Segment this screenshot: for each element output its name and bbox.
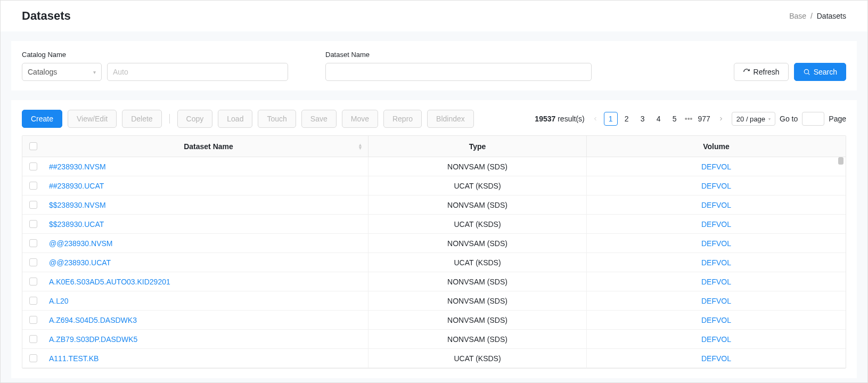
prev-page-button[interactable] xyxy=(589,112,602,125)
dataset-name-input[interactable] xyxy=(325,63,592,81)
dataset-name-link[interactable]: $$238930.UCAT xyxy=(49,220,104,229)
dataset-name-link[interactable]: ##238930.UCAT xyxy=(49,182,104,190)
dataset-name-link[interactable]: @@238930.NVSM xyxy=(49,239,112,248)
delete-button[interactable]: Delete xyxy=(122,110,161,128)
volume-link[interactable]: DEFVOL xyxy=(701,162,731,171)
table-row: @@238930.NVSMNONVSAM (SDS)DEFVOL xyxy=(22,234,846,253)
catalog-select[interactable]: Catalogs ▾ xyxy=(22,63,102,81)
row-checkbox[interactable] xyxy=(29,316,37,324)
row-checkbox[interactable] xyxy=(29,335,37,343)
volume-link[interactable]: DEFVOL xyxy=(701,316,731,324)
table-row: A.Z694.S04D5.DASDWK3NONVSAM (SDS)DEFVOL xyxy=(22,311,846,330)
refresh-button[interactable]: Refresh xyxy=(734,63,789,81)
pagination-ellipsis: ••• xyxy=(684,115,694,123)
load-button[interactable]: Load xyxy=(218,110,252,128)
catalog-select-value: Catalogs xyxy=(28,68,57,76)
volume-link[interactable]: DEFVOL xyxy=(701,335,731,344)
page-size-select[interactable]: 20 / page ▾ xyxy=(732,112,775,126)
volume-link[interactable]: DEFVOL xyxy=(701,239,731,248)
results-count-suffix: result(s) xyxy=(555,115,584,123)
page-title: Datasets xyxy=(22,9,71,23)
row-checkbox[interactable] xyxy=(29,182,37,190)
dataset-type: NONVSAM (SDS) xyxy=(447,201,507,209)
pagination-page-1[interactable]: 1 xyxy=(604,112,618,126)
repro-button[interactable]: Repro xyxy=(383,110,422,128)
row-checkbox[interactable] xyxy=(29,278,37,286)
column-header-name-label: Dataset Name xyxy=(184,142,233,151)
goto-suffix: Page xyxy=(829,115,846,123)
volume-link[interactable]: DEFVOL xyxy=(701,354,731,363)
table-row: ##238930.UCATUCAT (KSDS)DEFVOL xyxy=(22,176,846,195)
select-all-checkbox[interactable] xyxy=(29,142,37,150)
next-page-button[interactable] xyxy=(715,112,727,125)
volume-link[interactable]: DEFVOL xyxy=(701,278,731,286)
pagination-page-5[interactable]: 5 xyxy=(668,112,682,126)
pagination: 12345 ••• 977 xyxy=(589,112,727,126)
svg-point-0 xyxy=(804,69,808,74)
dataset-name-link[interactable]: $$238930.NVSM xyxy=(49,201,106,209)
row-checkbox[interactable] xyxy=(29,354,37,362)
search-button-label: Search xyxy=(814,68,837,76)
dataset-type: UCAT (KSDS) xyxy=(454,182,501,190)
copy-button[interactable]: Copy xyxy=(177,110,213,128)
table-row: A.K0E6.S03AD5.AUTO03.KID29201NONVSAM (SD… xyxy=(22,272,846,291)
results-count: 19537 result(s) xyxy=(535,115,584,123)
row-checkbox[interactable] xyxy=(29,258,37,266)
pagination-page-3[interactable]: 3 xyxy=(636,112,650,126)
sort-caret-icon[interactable]: ▲▼ xyxy=(358,143,363,150)
dataset-type: UCAT (KSDS) xyxy=(454,220,501,229)
dataset-name-label: Dataset Name xyxy=(325,51,592,59)
volume-link[interactable]: DEFVOL xyxy=(701,201,731,209)
viewedit-button[interactable]: View/Edit xyxy=(68,110,117,128)
dataset-name-link[interactable]: A.L20 xyxy=(49,297,69,305)
save-button[interactable]: Save xyxy=(301,110,337,128)
pagination-page-4[interactable]: 4 xyxy=(652,112,666,126)
catalog-auto-input[interactable] xyxy=(107,63,288,81)
breadcrumb: Base / Datasets xyxy=(789,12,846,20)
volume-link[interactable]: DEFVOL xyxy=(701,182,731,190)
breadcrumb-base[interactable]: Base xyxy=(789,12,806,20)
dataset-name-link[interactable]: ##238930.NVSM xyxy=(49,162,106,171)
goto-page-input[interactable] xyxy=(802,112,824,126)
table-row: A.L20NONVSAM (SDS)DEFVOL xyxy=(22,291,846,311)
dataset-name-link[interactable]: A111.TEST.KB xyxy=(49,354,99,363)
volume-link[interactable]: DEFVOL xyxy=(701,258,731,267)
dataset-name-link[interactable]: A.Z694.S04D5.DASDWK3 xyxy=(49,316,137,324)
goto-label: Go to xyxy=(780,115,798,123)
row-checkbox[interactable] xyxy=(29,297,37,305)
search-button[interactable]: Search xyxy=(794,63,846,81)
table-row: $$238930.NVSMNONVSAM (SDS)DEFVOL xyxy=(22,195,846,215)
dataset-name-link[interactable]: A.ZB79.S03DP.DASDWK5 xyxy=(49,335,137,344)
row-checkbox[interactable] xyxy=(29,239,37,247)
page-size-label: 20 / page xyxy=(736,115,765,123)
column-header-name[interactable]: Dataset Name ▲▼ xyxy=(44,136,369,157)
volume-link[interactable]: DEFVOL xyxy=(701,297,731,305)
search-icon xyxy=(803,68,810,76)
column-header-volume: Volume xyxy=(587,136,846,157)
move-button[interactable]: Move xyxy=(342,110,378,128)
refresh-button-label: Refresh xyxy=(754,68,780,76)
pagination-page-2[interactable]: 2 xyxy=(620,112,634,126)
row-checkbox[interactable] xyxy=(29,220,37,228)
volume-link[interactable]: DEFVOL xyxy=(701,220,731,229)
bldindex-button[interactable]: Bldindex xyxy=(427,110,474,128)
table-row: @@238930.UCATUCAT (KSDS)DEFVOL xyxy=(22,253,846,272)
datasets-table: Dataset Name ▲▼ Type Volume ##238930.NVS… xyxy=(22,135,846,369)
pagination-last-page[interactable]: 977 xyxy=(695,112,712,126)
touch-button[interactable]: Touch xyxy=(258,110,296,128)
row-checkbox[interactable] xyxy=(29,162,37,170)
table-row: $$238930.UCATUCAT (KSDS)DEFVOL xyxy=(22,215,846,234)
chevron-down-icon: ▾ xyxy=(768,117,771,121)
table-row: A111.TEST.KBUCAT (KSDS)DEFVOL xyxy=(22,349,846,368)
dataset-name-link[interactable]: A.K0E6.S03AD5.AUTO03.KID29201 xyxy=(49,278,170,286)
table-scrollbar[interactable] xyxy=(837,157,845,349)
table-row: ##238930.NVSMNONVSAM (SDS)DEFVOL xyxy=(22,157,846,176)
breadcrumb-current: Datasets xyxy=(817,12,846,20)
dataset-type: UCAT (KSDS) xyxy=(454,258,501,267)
results-count-number: 19537 xyxy=(535,115,555,123)
table-row: A.ZB79.S03DP.DASDWK5NONVSAM (SDS)DEFVOL xyxy=(22,330,846,349)
dataset-name-link[interactable]: @@238930.UCAT xyxy=(49,258,111,267)
scrollbar-thumb[interactable] xyxy=(838,157,844,165)
row-checkbox[interactable] xyxy=(29,201,37,209)
create-button[interactable]: Create xyxy=(22,110,62,128)
